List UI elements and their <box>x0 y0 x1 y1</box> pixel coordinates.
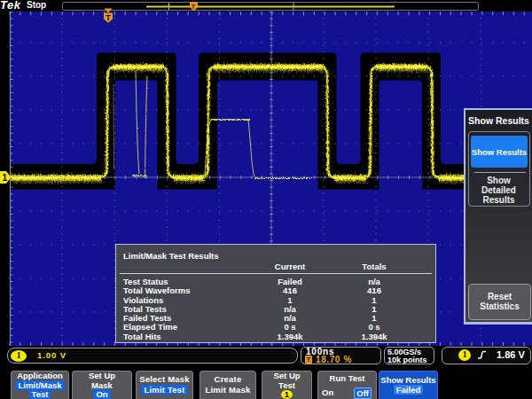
svg-text:1: 1 <box>3 173 8 183</box>
svg-text:T: T <box>192 3 196 11</box>
svg-text:T: T <box>106 13 111 22</box>
